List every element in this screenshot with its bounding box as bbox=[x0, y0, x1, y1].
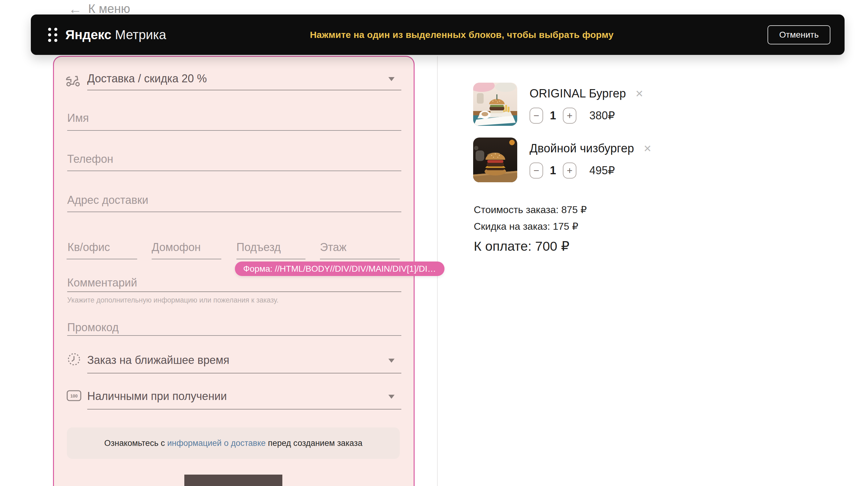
field-underline bbox=[67, 292, 401, 292]
delivery-info-banner: Ознакомьтесь с информацией о доставке пе… bbox=[67, 427, 400, 459]
grid-dots-icon bbox=[47, 27, 59, 42]
increase-qty-button[interactable]: + bbox=[563, 108, 577, 124]
field-underline bbox=[237, 259, 306, 259]
cart-item-info: ORIGINAL Бургер ✕ − 1 + 380₽ bbox=[530, 83, 644, 126]
back-to-menu-link[interactable]: ← К меню bbox=[68, 2, 130, 16]
remove-item-icon[interactable]: ✕ bbox=[635, 89, 644, 99]
field-underline bbox=[87, 409, 401, 409]
remove-item-icon[interactable]: ✕ bbox=[643, 144, 652, 154]
cart-item: Двойной чизбургер ✕ − 1 + 495₽ bbox=[473, 138, 652, 182]
apartment-field[interactable]: Кв/офис bbox=[67, 241, 110, 254]
order-discount: Скидка на заказ: 175 ₽ bbox=[474, 220, 587, 233]
delivery-info-link[interactable]: информацией о доставке bbox=[167, 438, 266, 448]
decrease-qty-button[interactable]: − bbox=[530, 108, 543, 124]
product-image bbox=[473, 83, 517, 126]
order-payable: К оплате: 700 ₽ bbox=[474, 238, 587, 254]
banner-text-prefix: Ознакомьтесь с bbox=[104, 438, 167, 448]
time-select[interactable]: Заказ на ближайшее время bbox=[87, 354, 229, 367]
cart-item-title: Двойной чизбургер bbox=[530, 142, 634, 155]
item-price: 380₽ bbox=[589, 109, 615, 122]
banner-text-suffix: перед созданием заказа bbox=[266, 438, 363, 448]
order-subtotal: Стоимость заказа: 875 ₽ bbox=[474, 204, 587, 216]
field-underline bbox=[67, 259, 137, 259]
chevron-down-icon[interactable] bbox=[389, 395, 395, 399]
field-underline bbox=[67, 171, 401, 171]
promocode-field[interactable]: Промокод bbox=[67, 321, 119, 334]
product-image bbox=[473, 138, 517, 182]
field-underline bbox=[67, 335, 401, 336]
order-totals: Стоимость заказа: 875 ₽ Скидка на заказ:… bbox=[474, 204, 587, 254]
form-xpath-tooltip: Форма: //HTML/BODY//DIV/DIV/MAIN/DIV[1]/… bbox=[235, 262, 444, 276]
cart-item-info: Двойной чизбургер ✕ − 1 + 495₽ bbox=[530, 138, 652, 182]
brand-metrika: Метрика bbox=[115, 27, 166, 42]
back-arrow-icon: ← bbox=[68, 3, 82, 15]
floor-field[interactable]: Этаж bbox=[320, 241, 346, 254]
chevron-down-icon[interactable] bbox=[389, 359, 395, 363]
clock-icon bbox=[67, 352, 81, 366]
increase-qty-button[interactable]: + bbox=[563, 162, 577, 179]
brand-yandex: Яндекс bbox=[65, 27, 111, 42]
svg-text:100: 100 bbox=[70, 394, 78, 398]
cart-item-title: ORIGINAL Бургер bbox=[530, 87, 626, 100]
chevron-down-icon[interactable] bbox=[389, 77, 395, 81]
burger-photo-dark bbox=[473, 138, 517, 182]
metrika-top-bar: Яндекс Метрика Нажмите на один из выделе… bbox=[31, 14, 844, 55]
cancel-button[interactable]: Отменить bbox=[768, 25, 830, 44]
field-underline bbox=[152, 259, 221, 259]
field-underline bbox=[320, 259, 400, 259]
name-field[interactable]: Имя bbox=[67, 112, 89, 125]
field-underline bbox=[67, 212, 401, 212]
entrance-field[interactable]: Подъезд bbox=[237, 241, 281, 254]
scooter-icon bbox=[65, 73, 81, 88]
payment-select[interactable]: Наличными при получении bbox=[87, 390, 227, 403]
decrease-qty-button[interactable]: − bbox=[530, 162, 543, 179]
delivery-select[interactable]: Доставка / скидка 20 % bbox=[87, 72, 207, 85]
metrika-brand: Яндекс Метрика bbox=[65, 27, 166, 42]
item-quantity: 1 bbox=[550, 109, 556, 122]
field-underline bbox=[87, 373, 401, 373]
item-price: 495₽ bbox=[589, 164, 615, 177]
address-field[interactable]: Адрес доставки bbox=[67, 194, 148, 207]
back-to-menu-label: К меню bbox=[88, 2, 130, 16]
phone-field[interactable]: Телефон bbox=[67, 153, 113, 165]
burger-photo-light bbox=[473, 83, 517, 126]
submit-order-button[interactable]: Заказать bbox=[184, 475, 282, 486]
item-quantity: 1 bbox=[550, 164, 556, 177]
comment-field[interactable]: Комментарий bbox=[67, 276, 137, 289]
cart-item: ORIGINAL Бургер ✕ − 1 + 380₽ bbox=[473, 83, 644, 126]
instruction-message: Нажмите на один из выделенных блоков, чт… bbox=[310, 30, 613, 40]
banknote-icon: 100 bbox=[66, 389, 82, 402]
field-underline bbox=[87, 90, 401, 90]
field-underline bbox=[67, 130, 401, 131]
intercom-field[interactable]: Домофон bbox=[152, 241, 201, 254]
comment-hint: Укажите дополнительную информацию или по… bbox=[67, 296, 279, 304]
